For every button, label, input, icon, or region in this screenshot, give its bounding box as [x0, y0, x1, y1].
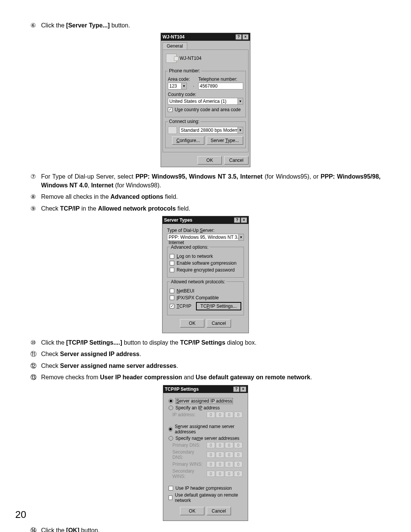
checkbox-label: Require encrypted password	[177, 267, 235, 273]
text: Remove checks from	[41, 374, 100, 380]
ip-octet: 0	[216, 452, 224, 458]
ip-octet: 0	[234, 442, 242, 448]
compression-checkbox[interactable]	[170, 261, 174, 265]
close-icon[interactable]: ×	[241, 217, 247, 223]
server-type-select[interactable]: PPP: Windows 95, Windows NT 3.5, Interne…	[167, 234, 244, 241]
ip-octet: 0	[207, 471, 215, 477]
ip-octet: 0	[234, 412, 242, 418]
text: Remove all checks in the	[41, 193, 110, 200]
help-button[interactable]: ?	[234, 217, 240, 223]
server-ip-radio[interactable]	[169, 399, 173, 403]
type-label: Type of Dial-Up Server:	[167, 228, 244, 233]
titlebar: Server Types ? ×	[162, 216, 249, 224]
ip-octet: 0	[207, 442, 215, 448]
telephone-input[interactable]: 4567890	[198, 83, 243, 89]
separator: ·	[193, 83, 196, 89]
ip-octet: 0	[207, 452, 215, 458]
ip-octet: 0	[216, 412, 224, 418]
modem-select[interactable]: Standard 28800 bps Modem▾	[179, 127, 243, 134]
country-code-select[interactable]: United States of America (1)▾	[168, 98, 243, 105]
tcpip-checkbox[interactable]: ✓	[170, 304, 174, 308]
text: For Type of Dial-up Server, select	[41, 173, 135, 180]
netbeui-checkbox[interactable]	[170, 289, 174, 293]
connect-using-group: Connect using: Standard 28800 bps Modem▾…	[165, 119, 246, 148]
help-button[interactable]: ?	[236, 34, 242, 40]
ip-header-compression-checkbox[interactable]	[169, 486, 173, 490]
ip-octet: 0	[234, 471, 242, 477]
area-code-select[interactable]: 123▾	[168, 83, 187, 89]
bold: [Server Type...]	[66, 22, 110, 29]
ipxspx-checkbox[interactable]	[170, 296, 174, 300]
bold: [TCP/IP Settings....]	[66, 339, 122, 346]
group-legend: Allowed network protocols:	[170, 279, 226, 284]
step-6: ⑥ Click the [Server Type...] button.	[30, 21, 381, 30]
dialog-server-types: Server Types ? × Type of Dial-Up Server:…	[162, 216, 249, 333]
dialog-title: WJ-NT104	[162, 34, 185, 40]
close-icon[interactable]: ×	[242, 34, 249, 40]
checkbox-label: Use IP header compression	[175, 486, 232, 491]
text: dialog box.	[225, 339, 256, 346]
step-7: ⑦ For Type of Dial-up Server, select PPP…	[30, 173, 381, 190]
text: Click the	[41, 22, 66, 29]
ip-octet: 0	[207, 461, 215, 467]
step-text: Check TCP/IP in the Allowed network prot…	[41, 204, 381, 213]
step-text: Click the [TCP/IP Settings....] button t…	[41, 339, 381, 347]
secondary-dns-label: Secondary DNS:	[172, 449, 204, 460]
checkbox-label: Enable software compression	[177, 260, 236, 266]
step-9: ⑨ Check TCP/IP in the Allowed network pr…	[30, 204, 381, 213]
dialog-wjnt104: WJ-NT104 ? × General WJ-NT104 Phone numb…	[161, 33, 250, 167]
dialog-title: Server Types	[164, 217, 193, 223]
ok-button[interactable]: OK	[180, 319, 204, 328]
text: (for Windows95), or	[263, 173, 321, 180]
help-button[interactable]: ?	[233, 387, 239, 392]
server-type-value: PPP: Windows 95, Windows NT 3.5, Interne…	[169, 235, 242, 245]
ok-button[interactable]: OK	[180, 507, 204, 515]
ip-octet: 0	[234, 452, 242, 458]
server-type-button[interactable]: Server Type...	[207, 136, 244, 145]
tcpip-settings-button[interactable]: TCP/IP Settings...	[196, 302, 241, 310]
connection-name: WJ-NT104	[180, 56, 201, 61]
bold: Use default gateway on remote network	[196, 374, 310, 380]
checkbox-label: NetBEUI	[177, 288, 194, 294]
text: Click the	[41, 527, 66, 532]
phone-number-group: Phone number: Area code: 123▾ · Telephon…	[165, 68, 246, 117]
secondary-wins-label: Secondary WINS:	[172, 468, 204, 479]
configure-button[interactable]: Configure...	[172, 136, 204, 145]
bold: [OK]	[66, 527, 80, 532]
encrypted-checkbox[interactable]	[170, 268, 174, 272]
step-text: Check Server assigned IP address.	[41, 350, 381, 358]
step-text: Remove all checks in the Advanced option…	[41, 193, 381, 201]
tab-general[interactable]: General	[162, 42, 187, 50]
ip-octet: 0	[225, 452, 233, 458]
close-icon[interactable]: ×	[240, 387, 246, 392]
ip-address-label: IP address:	[172, 412, 204, 417]
chevron-down-icon: ▾	[181, 83, 186, 89]
ok-button[interactable]: OK	[198, 156, 222, 165]
specify-ns-radio[interactable]	[169, 436, 173, 441]
cancel-button[interactable]: Cancel	[224, 156, 249, 165]
bold: TCP/IP Settings	[180, 339, 225, 346]
step-number: ⑫	[30, 362, 41, 370]
secondary-wins-field: 0000	[207, 471, 242, 477]
use-country-code-checkbox[interactable]: ✓	[168, 107, 172, 112]
connection-icon	[166, 54, 177, 63]
step-number: ⑧	[30, 193, 41, 201]
dialog-title: TCP/IP Settings	[165, 387, 199, 392]
checkbox-label: IPX/SPX Compatible	[177, 295, 219, 300]
ip-octet: 0	[216, 442, 224, 448]
step-number: ⑩	[30, 339, 41, 347]
bold: Server assigned IP address	[60, 351, 140, 357]
text: .	[140, 351, 141, 357]
radio-label: Server assigned IP address	[175, 398, 233, 404]
country-code-value: United States of America (1)	[169, 99, 226, 104]
ip-octet: 0	[216, 461, 224, 467]
specify-ip-radio[interactable]	[169, 406, 173, 410]
log-on-checkbox[interactable]	[170, 254, 174, 259]
titlebar: TCP/IP Settings ? ×	[163, 385, 248, 393]
text: (for Windows98).	[113, 182, 161, 189]
cancel-button[interactable]: Cancel	[207, 507, 231, 515]
default-gateway-checkbox[interactable]	[169, 495, 172, 500]
cancel-button[interactable]: Cancel	[207, 319, 231, 328]
titlebar: WJ-NT104 ? ×	[161, 33, 250, 41]
server-ns-radio[interactable]	[169, 427, 172, 431]
